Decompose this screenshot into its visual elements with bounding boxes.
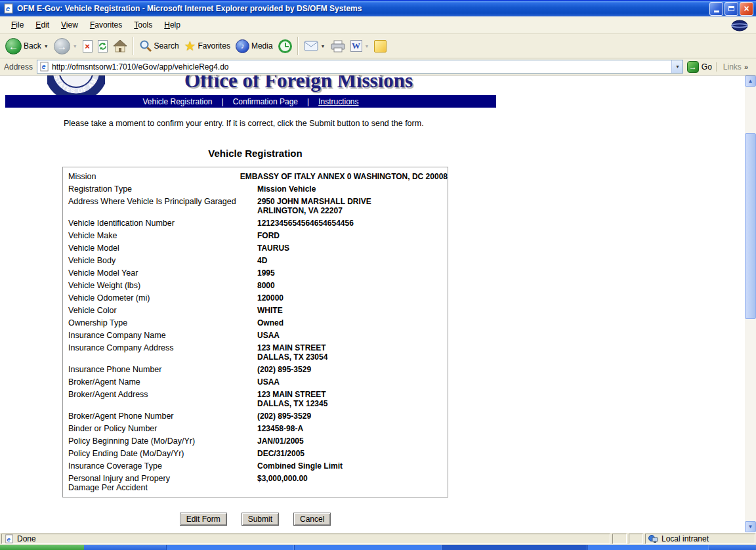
- status-panel: [612, 534, 627, 544]
- field-value: 120000: [257, 293, 448, 303]
- confirmation-table: MissionEMBASSY OF ITALY ANNEX 0 WASHINGT…: [62, 167, 448, 497]
- nav-instructions-link[interactable]: Instructions: [318, 97, 358, 106]
- ie-page-icon: e: [5, 534, 14, 543]
- favorites-button[interactable]: ★ Favorites: [182, 38, 233, 54]
- field-label: Binder or Policy Number: [63, 424, 257, 433]
- toolbar: ← Back ▼ → ▼ ×: [0, 34, 756, 58]
- close-button[interactable]: ×: [740, 2, 753, 16]
- field-label: Insurance Coverage Type: [63, 461, 257, 471]
- table-row: Personal Injury and Propery Damage Per A…: [63, 474, 448, 492]
- address-input[interactable]: e http://ofmsntsorw1:7010/eGov/app/vehic…: [37, 60, 683, 74]
- field-value: 2950 JOHN MARSHALL DRIVE ARLINGTON, VA 2…: [257, 197, 448, 215]
- word-icon: W: [350, 40, 362, 52]
- taskbar-sliver: [0, 545, 756, 550]
- menu-file[interactable]: File: [5, 18, 30, 32]
- field-label: Vehicle Identification Number: [63, 219, 257, 228]
- field-label: Vehicle Make: [63, 231, 257, 240]
- address-dropdown-button[interactable]: ▼: [671, 60, 682, 73]
- taskbar-window-button[interactable]: [294, 545, 442, 550]
- field-label: Broker/Agent Phone Number: [63, 412, 257, 421]
- restore-button[interactable]: [724, 2, 738, 16]
- taskbar-window-button[interactable]: [587, 545, 709, 550]
- history-button[interactable]: [276, 38, 295, 54]
- menu-tools[interactable]: Tools: [128, 18, 158, 32]
- form-buttons: Edit Form Submit Cancel: [62, 513, 448, 526]
- home-icon: [113, 39, 127, 53]
- field-label: Insurance Phone Number: [63, 365, 257, 374]
- ie-page-icon: e: [39, 62, 49, 72]
- field-value: 4D: [257, 256, 448, 265]
- field-label: Vehicle Odometer (mi): [63, 293, 257, 303]
- back-button[interactable]: ← Back ▼: [3, 37, 51, 56]
- nav-confirmation-page: Confirmation Page: [233, 97, 298, 106]
- submit-button[interactable]: Submit: [242, 513, 279, 526]
- field-value: 1995: [257, 268, 448, 278]
- status-panel: [629, 534, 643, 544]
- taskbar-strip: [84, 545, 756, 550]
- menu-bar: File Edit View Favorites Tools Help: [0, 16, 756, 34]
- field-value: TAURUS: [257, 243, 448, 253]
- links-button[interactable]: Links »: [716, 62, 753, 72]
- field-value: (202) 895-3529: [257, 412, 448, 421]
- go-arrow-icon: →: [687, 61, 699, 73]
- mail-button[interactable]: ▼: [301, 39, 328, 53]
- field-value: FORD: [257, 231, 448, 240]
- scrollbar-thumb[interactable]: [745, 133, 756, 319]
- field-label: Address Where Vehicle Is Principally Gar…: [63, 197, 257, 215]
- address-url[interactable]: http://ofmsntsorw1:7010/eGov/app/vehicle…: [52, 62, 671, 72]
- browser-window: e OFM E-Gov: Vehicle Registration - Micr…: [0, 0, 756, 550]
- taskbar-window-button[interactable]: [442, 545, 587, 550]
- security-zone-section: Local intranet: [645, 534, 755, 544]
- field-label: Broker/Agent Address: [63, 390, 257, 408]
- menu-favorites[interactable]: Favorites: [84, 18, 128, 32]
- toolbar-separator: [133, 37, 134, 55]
- menu-help[interactable]: Help: [158, 18, 186, 32]
- field-label: Policy Ending Date (Mo/Day/Yr): [63, 449, 257, 458]
- refresh-button[interactable]: [95, 39, 110, 54]
- cancel-button[interactable]: Cancel: [293, 513, 331, 526]
- media-button[interactable]: ♪ Media: [233, 38, 276, 54]
- menu-view[interactable]: View: [55, 18, 84, 32]
- local-intranet-icon: [648, 535, 658, 543]
- forward-button[interactable]: → ▼: [51, 37, 80, 56]
- history-icon: [278, 39, 292, 53]
- edit-form-button[interactable]: Edit Form: [180, 513, 227, 526]
- favorites-star-icon: ★: [184, 39, 196, 53]
- page-nav-bar: Vehicle Registration | Confirmation Page…: [5, 95, 496, 108]
- ie-page-icon: e: [3, 3, 14, 14]
- vertical-scrollbar[interactable]: ▲ ▼: [745, 75, 756, 532]
- field-value: DEC/31/2005: [257, 449, 448, 458]
- edit-with-word-button[interactable]: W ▼: [348, 39, 372, 53]
- search-button[interactable]: Search: [136, 38, 182, 54]
- scroll-down-button[interactable]: ▼: [745, 521, 756, 532]
- table-row: Policy Beginning Date (Mo/Day/Yr)JAN/01/…: [63, 436, 448, 446]
- nav-separator: |: [307, 97, 309, 106]
- menu-edit[interactable]: Edit: [30, 18, 55, 32]
- table-row: Broker/Agent Address123 MAIN STREET DALL…: [63, 390, 448, 408]
- field-label: Vehicle Weight (lbs): [63, 281, 257, 290]
- mail-icon: [304, 41, 318, 51]
- go-button[interactable]: → Go: [687, 61, 712, 73]
- stop-button[interactable]: ×: [80, 39, 95, 54]
- table-row: Vehicle MakeFORD: [63, 231, 448, 240]
- back-dropdown-icon[interactable]: ▼: [44, 44, 49, 49]
- forward-dropdown-icon: ▼: [73, 44, 77, 49]
- home-button[interactable]: [110, 38, 130, 54]
- field-value: 1212345654564654654456: [257, 219, 448, 228]
- window-title: OFM E-Gov: Vehicle Registration - Micros…: [17, 4, 709, 13]
- mail-dropdown-icon[interactable]: ▼: [321, 44, 326, 49]
- field-label: Ownership Type: [63, 318, 257, 328]
- start-button-sliver[interactable]: [0, 545, 84, 550]
- field-value: 123458-98-A: [257, 424, 448, 433]
- table-row: Insurance Company Address123 MAIN STREET…: [63, 343, 448, 362]
- table-row: Vehicle Odometer (mi)120000: [63, 293, 448, 303]
- discuss-button[interactable]: [371, 39, 389, 54]
- back-icon: ←: [5, 38, 22, 54]
- status-bar: e Done Local intranet: [0, 532, 756, 545]
- toolbar-separator: [297, 37, 299, 55]
- scroll-up-button[interactable]: ▲: [745, 75, 756, 87]
- minimize-button[interactable]: [709, 2, 723, 16]
- print-button[interactable]: [328, 39, 348, 54]
- field-label: Insurance Company Name: [63, 331, 257, 340]
- taskbar-window-button[interactable]: [166, 545, 294, 550]
